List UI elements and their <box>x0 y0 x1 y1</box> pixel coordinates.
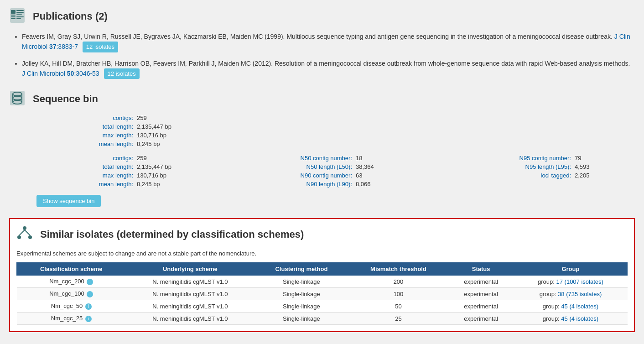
n95-contig-label: N95 contig number: <box>474 155 575 162</box>
mean-length-label: mean length: <box>36 141 137 147</box>
total-len-label2: total length: <box>36 163 137 170</box>
group-50: group: 45 (4 isolates) <box>514 300 627 313</box>
n50-length-value: 38,364 <box>356 163 438 170</box>
svg-point-16 <box>23 226 26 230</box>
page-container: Publications (2) Feavers IM, Gray SJ, Ur… <box>0 0 644 344</box>
publication-item-2: Jolley KA, Hill DM, Bratcher HB, Harriso… <box>22 59 635 79</box>
svg-line-19 <box>19 230 25 235</box>
n95-contig-value: 79 <box>575 155 644 162</box>
status-50: experimental <box>448 300 514 313</box>
classification-table: Classification scheme Underlying scheme … <box>16 262 628 325</box>
scheme-nm25: Nm_cgc_25 i <box>17 313 126 325</box>
clustering-100: Single-linkage <box>254 288 349 300</box>
underlying-50: N. meningitidis cgMLST v1.0 <box>126 300 254 313</box>
publications-list: Feavers IM, Gray SJ, Urwin R, Russell JE… <box>9 32 635 79</box>
underlying-25: N. meningitidis cgMLST v1.0 <box>126 313 254 325</box>
scheme-nm200: Nm_cgc_200 i <box>17 276 126 288</box>
svg-rect-5 <box>16 10 24 11</box>
sequence-bin-section: Sequence bin contigs: 259 total length: … <box>9 90 635 207</box>
publications-section: Publications (2) Feavers IM, Gray SJ, Ur… <box>9 7 635 79</box>
max-len-value2: 130,716 bp <box>137 172 219 179</box>
clustering-200: Single-linkage <box>254 276 349 288</box>
mean-len-label2: mean length: <box>36 181 137 188</box>
sequence-bin-icon <box>9 90 27 108</box>
experimental-note: Experimental schemes are subject to chan… <box>16 250 628 257</box>
group-link-200[interactable]: 17 (1007 isolates) <box>556 278 603 285</box>
col-scheme: Classification scheme <box>17 263 126 276</box>
group-link-25[interactable]: 45 (4 isolates) <box>561 315 598 322</box>
svg-line-20 <box>25 230 30 235</box>
threshold-200: 200 <box>348 276 448 288</box>
n90-contig-value: 63 <box>356 172 438 179</box>
n95-length-label: N95 length (L95): <box>474 163 575 170</box>
scheme-nm100: Nm_cgc_100 i <box>17 288 126 300</box>
svg-point-17 <box>17 235 21 239</box>
n90-contig-label: N90 contig number: <box>255 172 356 179</box>
info-icon-100[interactable]: i <box>87 291 93 297</box>
underlying-100: N. meningitidis cgMLST v1.0 <box>126 288 254 300</box>
col-status: Status <box>448 263 514 276</box>
svg-rect-9 <box>16 18 21 19</box>
pub2-journal-link[interactable]: J Clin Microbiol 50:3046-53 <box>22 70 101 77</box>
contigs-value: 259 <box>137 115 265 121</box>
scheme-nm50: Nm_cgc_50 i <box>17 300 126 313</box>
group-25: group: 45 (4 isolates) <box>514 313 627 325</box>
svg-rect-3 <box>11 16 16 17</box>
n95-length-value: 4,593 <box>575 163 644 170</box>
n90-length-value: 8,066 <box>356 181 438 188</box>
n50-length-label: N50 length (L50): <box>255 163 356 170</box>
max-len-label2: max length: <box>36 172 137 179</box>
svg-rect-6 <box>16 12 24 13</box>
info-icon-25[interactable]: i <box>85 316 92 322</box>
table-row: Nm_cgc_25 i N. meningitidis cgMLST v1.0 … <box>17 313 628 325</box>
n90-length-label: N90 length (L90): <box>255 181 356 188</box>
show-sequence-bin-button[interactable]: Show sequence bin <box>36 195 101 207</box>
group-100: group: 38 (735 isolates) <box>514 288 627 300</box>
table-row: Nm_cgc_100 i N. meningitidis cgMLST v1.0… <box>17 288 628 300</box>
similar-isolates-section: Similar isolates (determined by classifi… <box>9 218 635 332</box>
info-icon-200[interactable]: i <box>87 279 93 285</box>
svg-rect-8 <box>16 16 24 17</box>
svg-rect-2 <box>11 15 16 16</box>
svg-rect-4 <box>11 18 16 19</box>
table-header-row: Classification scheme Underlying scheme … <box>17 263 628 276</box>
contigs-label2: contigs: <box>36 155 137 162</box>
pub1-authors: Feavers IM, Gray SJ, Urwin R, Russell JE… <box>22 33 613 40</box>
max-length-label: max length: <box>36 132 137 139</box>
sequence-bin-title: Sequence bin <box>33 93 98 105</box>
n50-contig-label: N50 contig number: <box>255 155 356 162</box>
status-200: experimental <box>448 276 514 288</box>
threshold-100: 100 <box>348 288 448 300</box>
pub2-authors: Jolley KA, Hill DM, Bratcher HB, Harriso… <box>22 60 630 67</box>
clustering-25: Single-linkage <box>254 313 349 325</box>
col-threshold: Mismatch threshold <box>348 263 448 276</box>
pub1-isolates-badge[interactable]: 12 isolates <box>83 42 118 52</box>
threshold-50: 50 <box>348 300 448 313</box>
total-length-value: 2,135,447 bp <box>137 123 265 130</box>
publications-title: Publications (2) <box>33 10 108 22</box>
table-row: Nm_cgc_50 i N. meningitidis cgMLST v1.0 … <box>17 300 628 313</box>
group-link-50[interactable]: 45 (4 isolates) <box>561 303 598 310</box>
n50-contig-value: 18 <box>356 155 438 162</box>
mean-len-value2: 8,245 bp <box>137 181 219 188</box>
svg-point-18 <box>28 235 32 239</box>
pub2-isolates-badge[interactable]: 12 isolates <box>104 68 140 79</box>
publication-item-1: Feavers IM, Gray SJ, Urwin R, Russell JE… <box>22 32 635 52</box>
mean-length-value: 8,245 bp <box>137 141 265 147</box>
loci-tagged-label: loci tagged: <box>474 172 575 179</box>
group-200: group: 17 (1007 isolates) <box>514 276 627 288</box>
svg-rect-7 <box>16 14 22 15</box>
table-row: Nm_cgc_200 i N. meningitidis cgMLST v1.0… <box>17 276 628 288</box>
col-underlying: Underlying scheme <box>126 263 254 276</box>
contigs-label: contigs: <box>36 115 137 121</box>
threshold-25: 25 <box>348 313 448 325</box>
similar-isolates-header: Similar isolates (determined by classifi… <box>16 225 628 244</box>
col-group: Group <box>514 263 627 276</box>
info-icon-50[interactable]: i <box>85 303 92 310</box>
group-link-100[interactable]: 38 (735 isolates) <box>558 291 602 297</box>
clustering-50: Single-linkage <box>254 300 349 313</box>
col-clustering: Clustering method <box>254 263 349 276</box>
total-length-label: total length: <box>36 123 137 130</box>
total-len-value2: 2,135,447 bp <box>137 163 219 170</box>
status-25: experimental <box>448 313 514 325</box>
